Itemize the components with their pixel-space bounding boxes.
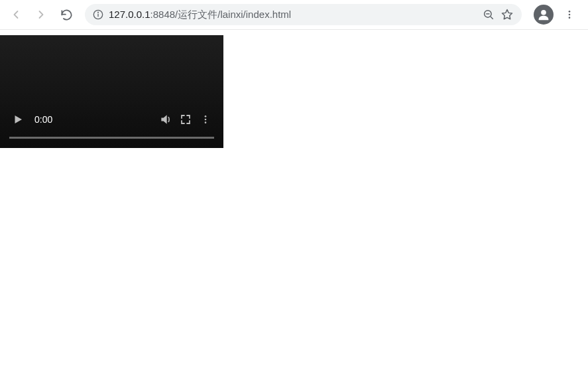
fullscreen-button[interactable] xyxy=(177,111,194,128)
person-icon xyxy=(536,7,551,22)
reload-icon xyxy=(60,9,73,21)
svg-point-9 xyxy=(569,14,571,16)
bookmark-star-icon[interactable] xyxy=(500,8,514,21)
svg-point-13 xyxy=(205,119,207,121)
page-content: 0:00 xyxy=(0,35,588,148)
video-controls: 0:00 xyxy=(0,109,223,139)
site-info-icon[interactable] xyxy=(93,9,103,20)
url-host: 127.0.0.1 xyxy=(109,9,150,20)
reload-button[interactable] xyxy=(56,4,77,25)
profile-avatar[interactable] xyxy=(534,5,554,25)
play-icon xyxy=(12,113,24,125)
kebab-icon xyxy=(200,114,211,125)
svg-marker-11 xyxy=(15,115,23,123)
svg-point-14 xyxy=(205,121,207,123)
chrome-menu-button[interactable] xyxy=(559,4,580,25)
svg-point-12 xyxy=(205,115,207,117)
mute-button[interactable] xyxy=(157,111,174,128)
arrow-right-icon xyxy=(34,8,48,21)
volume-icon xyxy=(159,113,172,126)
video-player[interactable]: 0:00 xyxy=(0,35,223,148)
progress-bar[interactable] xyxy=(9,137,214,139)
svg-line-4 xyxy=(491,17,493,19)
current-time: 0:00 xyxy=(34,114,52,125)
svg-marker-6 xyxy=(502,10,512,19)
video-menu-button[interactable] xyxy=(197,111,214,128)
svg-point-8 xyxy=(569,11,571,13)
svg-point-10 xyxy=(569,17,571,19)
address-bar[interactable]: 127.0.0.1:8848/运行文件/lainxi/index.html xyxy=(85,4,522,25)
svg-point-2 xyxy=(98,12,99,13)
svg-point-7 xyxy=(541,10,546,15)
forward-button[interactable] xyxy=(30,4,52,25)
arrow-left-icon xyxy=(9,8,23,21)
url-path: :8848/运行文件/lainxi/index.html xyxy=(150,9,292,20)
fullscreen-icon xyxy=(180,113,192,125)
toolbar-right xyxy=(530,4,583,25)
browser-toolbar: 127.0.0.1:8848/运行文件/lainxi/index.html xyxy=(0,0,588,30)
play-button[interactable] xyxy=(9,111,27,128)
zoom-icon[interactable] xyxy=(482,8,495,21)
kebab-icon xyxy=(564,9,575,20)
url-text: 127.0.0.1:8848/运行文件/lainxi/index.html xyxy=(109,9,477,21)
back-button[interactable] xyxy=(5,4,27,25)
